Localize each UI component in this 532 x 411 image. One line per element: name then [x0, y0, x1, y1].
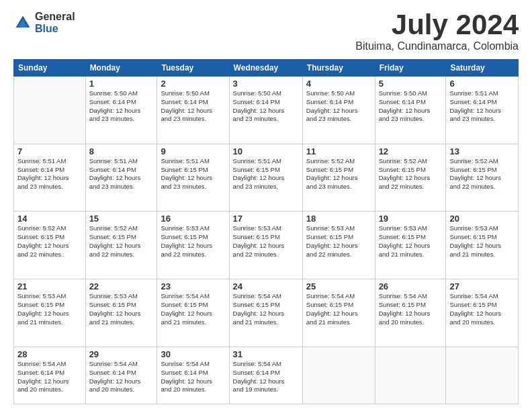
day-number: 2	[161, 79, 225, 89]
day-number: 13	[449, 146, 515, 156]
day-number: 7	[17, 146, 82, 156]
day-number: 25	[306, 281, 371, 291]
day-number: 4	[306, 79, 371, 89]
day-number: 6	[449, 79, 515, 89]
day-number: 3	[233, 79, 299, 89]
day-info: Sunrise: 5:50 AM Sunset: 6:14 PM Dayligh…	[161, 89, 225, 124]
day-number: 27	[449, 281, 515, 291]
day-info: Sunrise: 5:54 AM Sunset: 6:15 PM Dayligh…	[161, 292, 225, 326]
day-number: 15	[89, 214, 154, 224]
calendar-table: Sunday Monday Tuesday Wednesday Thursday…	[13, 59, 519, 404]
day-number: 29	[89, 349, 154, 359]
day-info: Sunrise: 5:51 AM Sunset: 6:14 PM Dayligh…	[17, 157, 82, 191]
table-row: 6Sunrise: 5:51 AM Sunset: 6:14 PM Daylig…	[446, 77, 519, 144]
calendar-week-row: 14Sunrise: 5:52 AM Sunset: 6:15 PM Dayli…	[14, 212, 519, 279]
logo-icon	[13, 13, 32, 32]
table-row: 24Sunrise: 5:54 AM Sunset: 6:15 PM Dayli…	[229, 279, 302, 347]
day-info: Sunrise: 5:50 AM Sunset: 6:14 PM Dayligh…	[379, 89, 443, 124]
table-row	[446, 347, 519, 404]
title-block: July 2024 Bituima, Cundinamarca, Colombi…	[355, 11, 519, 52]
logo-text: General Blue	[35, 11, 75, 34]
day-number: 26	[379, 281, 443, 291]
day-info: Sunrise: 5:51 AM Sunset: 6:14 PM Dayligh…	[449, 89, 515, 124]
day-info: Sunrise: 5:51 AM Sunset: 6:14 PM Dayligh…	[89, 157, 154, 191]
table-row: 7Sunrise: 5:51 AM Sunset: 6:14 PM Daylig…	[14, 144, 86, 212]
day-number: 12	[379, 146, 443, 156]
table-row: 14Sunrise: 5:52 AM Sunset: 6:15 PM Dayli…	[14, 212, 86, 279]
day-number: 28	[17, 349, 82, 359]
day-info: Sunrise: 5:53 AM Sunset: 6:15 PM Dayligh…	[17, 292, 82, 326]
day-number: 14	[17, 214, 82, 224]
day-number: 21	[17, 281, 82, 291]
table-row: 4Sunrise: 5:50 AM Sunset: 6:14 PM Daylig…	[302, 77, 375, 144]
table-row: 22Sunrise: 5:53 AM Sunset: 6:15 PM Dayli…	[85, 279, 157, 347]
logo-blue-label: Blue	[35, 23, 75, 35]
table-row: 27Sunrise: 5:54 AM Sunset: 6:15 PM Dayli…	[446, 279, 519, 347]
table-row: 10Sunrise: 5:51 AM Sunset: 6:15 PM Dayli…	[229, 144, 302, 212]
day-info: Sunrise: 5:54 AM Sunset: 6:15 PM Dayligh…	[379, 292, 443, 326]
day-info: Sunrise: 5:54 AM Sunset: 6:14 PM Dayligh…	[89, 360, 154, 394]
header-sunday: Sunday	[14, 60, 86, 77]
day-info: Sunrise: 5:50 AM Sunset: 6:14 PM Dayligh…	[89, 89, 154, 124]
header-wednesday: Wednesday	[229, 60, 302, 77]
calendar-header-row: Sunday Monday Tuesday Wednesday Thursday…	[14, 60, 519, 77]
table-row: 28Sunrise: 5:54 AM Sunset: 6:14 PM Dayli…	[14, 347, 86, 404]
table-row: 26Sunrise: 5:54 AM Sunset: 6:15 PM Dayli…	[375, 279, 446, 347]
table-row: 15Sunrise: 5:52 AM Sunset: 6:15 PM Dayli…	[85, 212, 157, 279]
day-number: 31	[233, 349, 299, 359]
day-number: 10	[233, 146, 299, 156]
day-number: 1	[89, 79, 154, 89]
table-row: 30Sunrise: 5:54 AM Sunset: 6:14 PM Dayli…	[157, 347, 229, 404]
table-row: 11Sunrise: 5:52 AM Sunset: 6:15 PM Dayli…	[302, 144, 375, 212]
day-info: Sunrise: 5:53 AM Sunset: 6:15 PM Dayligh…	[233, 224, 299, 259]
header-tuesday: Tuesday	[157, 60, 229, 77]
table-row: 23Sunrise: 5:54 AM Sunset: 6:15 PM Dayli…	[157, 279, 229, 347]
day-info: Sunrise: 5:51 AM Sunset: 6:15 PM Dayligh…	[233, 157, 299, 191]
header-thursday: Thursday	[302, 60, 375, 77]
calendar-week-row: 21Sunrise: 5:53 AM Sunset: 6:15 PM Dayli…	[14, 279, 519, 347]
day-number: 22	[89, 281, 154, 291]
day-number: 8	[89, 146, 154, 156]
table-row: 19Sunrise: 5:53 AM Sunset: 6:15 PM Dayli…	[375, 212, 446, 279]
table-row: 5Sunrise: 5:50 AM Sunset: 6:14 PM Daylig…	[375, 77, 446, 144]
day-info: Sunrise: 5:52 AM Sunset: 6:15 PM Dayligh…	[449, 157, 515, 191]
table-row: 13Sunrise: 5:52 AM Sunset: 6:15 PM Dayli…	[446, 144, 519, 212]
logo: General Blue	[13, 11, 75, 34]
day-info: Sunrise: 5:54 AM Sunset: 6:15 PM Dayligh…	[449, 292, 515, 326]
calendar-page: General Blue July 2024 Bituima, Cundinam…	[0, 0, 532, 411]
day-info: Sunrise: 5:53 AM Sunset: 6:15 PM Dayligh…	[379, 224, 443, 259]
location-label: Bituima, Cundinamarca, Colombia	[355, 40, 519, 52]
table-row: 20Sunrise: 5:53 AM Sunset: 6:15 PM Dayli…	[446, 212, 519, 279]
table-row: 16Sunrise: 5:53 AM Sunset: 6:15 PM Dayli…	[157, 212, 229, 279]
day-number: 23	[161, 281, 225, 291]
calendar-week-row: 28Sunrise: 5:54 AM Sunset: 6:14 PM Dayli…	[14, 347, 519, 404]
table-row: 18Sunrise: 5:53 AM Sunset: 6:15 PM Dayli…	[302, 212, 375, 279]
day-number: 30	[161, 349, 225, 359]
day-info: Sunrise: 5:53 AM Sunset: 6:15 PM Dayligh…	[161, 224, 225, 259]
day-number: 20	[449, 214, 515, 224]
header-friday: Friday	[375, 60, 446, 77]
table-row: 21Sunrise: 5:53 AM Sunset: 6:15 PM Dayli…	[14, 279, 86, 347]
day-info: Sunrise: 5:50 AM Sunset: 6:14 PM Dayligh…	[233, 89, 299, 124]
table-row	[14, 77, 86, 144]
day-info: Sunrise: 5:54 AM Sunset: 6:15 PM Dayligh…	[306, 292, 371, 326]
table-row	[375, 347, 446, 404]
day-info: Sunrise: 5:54 AM Sunset: 6:15 PM Dayligh…	[233, 292, 299, 326]
day-number: 18	[306, 214, 371, 224]
day-info: Sunrise: 5:52 AM Sunset: 6:15 PM Dayligh…	[17, 224, 82, 259]
table-row: 8Sunrise: 5:51 AM Sunset: 6:14 PM Daylig…	[85, 144, 157, 212]
table-row: 17Sunrise: 5:53 AM Sunset: 6:15 PM Dayli…	[229, 212, 302, 279]
day-info: Sunrise: 5:52 AM Sunset: 6:15 PM Dayligh…	[306, 157, 371, 191]
day-number: 9	[161, 146, 225, 156]
day-info: Sunrise: 5:52 AM Sunset: 6:15 PM Dayligh…	[379, 157, 443, 191]
day-info: Sunrise: 5:53 AM Sunset: 6:15 PM Dayligh…	[449, 224, 515, 259]
day-number: 11	[306, 146, 371, 156]
table-row: 1Sunrise: 5:50 AM Sunset: 6:14 PM Daylig…	[85, 77, 157, 144]
table-row: 12Sunrise: 5:52 AM Sunset: 6:15 PM Dayli…	[375, 144, 446, 212]
table-row: 3Sunrise: 5:50 AM Sunset: 6:14 PM Daylig…	[229, 77, 302, 144]
day-info: Sunrise: 5:53 AM Sunset: 6:15 PM Dayligh…	[89, 292, 154, 326]
month-title: July 2024	[355, 11, 519, 39]
day-info: Sunrise: 5:54 AM Sunset: 6:14 PM Dayligh…	[17, 360, 82, 394]
day-number: 5	[379, 79, 443, 89]
table-row: 9Sunrise: 5:51 AM Sunset: 6:15 PM Daylig…	[157, 144, 229, 212]
